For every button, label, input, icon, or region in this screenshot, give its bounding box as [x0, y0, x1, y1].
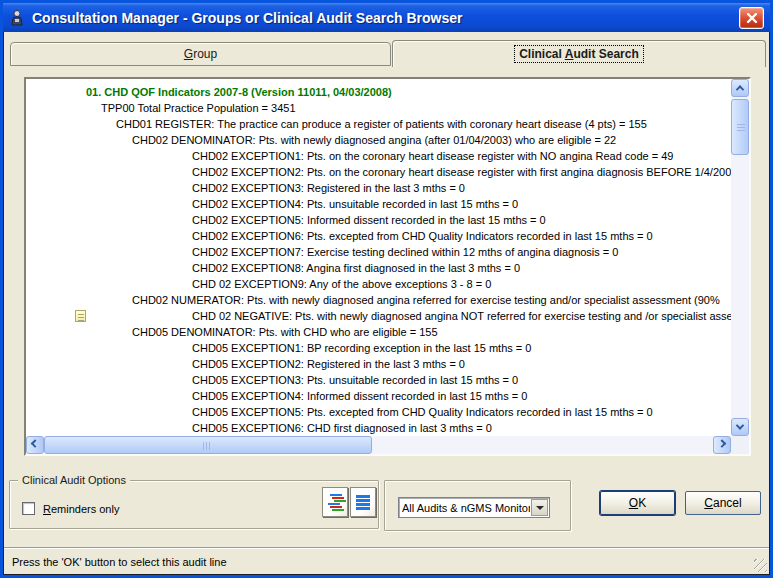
audit-list-item[interactable]: TPP00 Total Practice Population = 3451	[26, 100, 731, 116]
tab-clinical-audit-search-label: Clinical Audit Search	[514, 45, 644, 63]
audit-list-item[interactable]: CHD02 EXCEPTION1: Pts. on the coronary h…	[26, 148, 731, 164]
scrollbar-corner	[731, 436, 749, 454]
combobox-value: All Audits & nGMS Monitoring	[399, 502, 530, 514]
audit-list-item[interactable]: CHD01 REGISTER: The practice can produce…	[26, 116, 731, 132]
audit-line-text: CHD02 EXCEPTION2: Pts. on the coronary h…	[192, 166, 731, 178]
audit-filter-combobox[interactable]: All Audits & nGMS Monitoring	[398, 497, 550, 518]
cancel-button-label: Cancel	[704, 496, 741, 510]
audit-list-item[interactable]: CHD02 EXCEPTION4: Pts. unsuitable record…	[26, 196, 731, 212]
staggered-bars-icon	[326, 494, 345, 511]
tab-clinical-audit-search[interactable]: Clinical Audit Search	[392, 40, 766, 67]
chevron-left-icon	[31, 439, 39, 447]
scroll-right-button[interactable]	[713, 436, 731, 454]
audit-line-text: CHD 02 EXCEPTION9: Any of the above exce…	[192, 278, 491, 290]
audit-list-item[interactable]: CHD02 DENOMINATOR: Pts. with newly diagn…	[26, 132, 731, 148]
list-bars-icon	[356, 495, 371, 510]
audit-list: 01. CHD QOF Indicators 2007-8 (Version 1…	[26, 79, 731, 436]
close-icon	[746, 12, 758, 24]
audit-line-text: CHD05 EXCEPTION1: BP recording exception…	[192, 342, 531, 354]
tab-group-label: Group	[184, 47, 217, 61]
audit-line-text: CHD05 EXCEPTION5: Pts. excepted from CHD…	[192, 406, 653, 418]
titlebar[interactable]: Consultation Manager - Groups or Clinica…	[3, 3, 770, 32]
horizontal-scrollbar[interactable]	[26, 436, 731, 454]
ok-button-label: OK	[629, 496, 646, 510]
audit-line-text: CHD 02 NEGATIVE: Pts. with newly diagnos…	[192, 310, 731, 322]
scroll-down-button[interactable]	[731, 418, 749, 436]
audit-list-item[interactable]: CHD02 EXCEPTION7: Exercise testing decli…	[26, 244, 731, 260]
vertical-scrollbar[interactable]	[731, 79, 749, 436]
audit-line-text: CHD02 EXCEPTION6: Pts. excepted from CHD…	[192, 230, 653, 242]
groupbox-label: Clinical Audit Options	[18, 473, 130, 487]
audit-list-item[interactable]: CHD05 EXCEPTION2: Registered in the last…	[26, 356, 731, 372]
audit-list-item[interactable]: CHD05 EXCEPTION6: CHD first diagnosed in…	[26, 420, 731, 436]
audit-statistics-view-button[interactable]	[322, 487, 348, 517]
cancel-button[interactable]: Cancel	[685, 491, 761, 515]
vertical-scroll-thumb[interactable]	[731, 99, 749, 155]
close-button[interactable]	[739, 7, 764, 29]
reminders-only-checkbox[interactable]: Reminders only	[22, 502, 119, 515]
audit-list-item[interactable]: CHD05 DENOMINATOR: Pts. with CHD who are…	[26, 324, 731, 340]
audit-list-item[interactable]: CHD 02 EXCEPTION9: Any of the above exce…	[26, 276, 731, 292]
audit-list-item[interactable]: CHD02 NUMERATOR: Pts. with newly diagnos…	[26, 292, 731, 308]
reminders-only-label: Reminders only	[43, 503, 119, 515]
audit-list-item[interactable]: CHD02 EXCEPTION5: Informed dissent recor…	[26, 212, 731, 228]
dialog-window: Consultation Manager - Groups or Clinica…	[0, 0, 773, 578]
audit-line-text: CHD02 NUMERATOR: Pts. with newly diagnos…	[132, 294, 720, 306]
audit-line-text: CHD05 DENOMINATOR: Pts. with CHD who are…	[132, 326, 438, 338]
audit-list-item[interactable]: CHD02 EXCEPTION2: Pts. on the coronary h…	[26, 164, 731, 180]
audit-list-item[interactable]: 01. CHD QOF Indicators 2007-8 (Version 1…	[26, 84, 731, 100]
status-text: Press the 'OK' button to select this aud…	[12, 556, 227, 568]
audit-line-text: CHD02 EXCEPTION7: Exercise testing decli…	[192, 246, 618, 258]
status-divider	[4, 547, 769, 548]
audit-line-text: 01. CHD QOF Indicators 2007-8 (Version 1…	[86, 86, 392, 98]
tab-group[interactable]: Group	[10, 42, 391, 66]
audit-line-text: CHD02 EXCEPTION1: Pts. on the coronary h…	[192, 150, 674, 162]
audit-line-text: CHD02 DENOMINATOR: Pts. with newly diagn…	[132, 134, 616, 146]
audit-line-text: CHD05 EXCEPTION2: Registered in the last…	[192, 358, 465, 370]
audit-list-item[interactable]: CHD05 EXCEPTION4: Informed dissent recor…	[26, 388, 731, 404]
audit-line-text: CHD01 REGISTER: The practice can produce…	[116, 118, 647, 130]
consultation-manager-app-icon	[9, 9, 26, 26]
horizontal-scroll-thumb[interactable]	[44, 436, 372, 454]
audit-list-item[interactable]: CHD02 EXCEPTION3: Registered in the last…	[26, 180, 731, 196]
chevron-up-icon	[736, 85, 744, 93]
audit-line-text: TPP00 Total Practice Population = 3451	[101, 102, 296, 114]
audit-line-text: CHD02 EXCEPTION3: Registered in the last…	[192, 182, 465, 194]
audit-list-item[interactable]: CHD05 EXCEPTION1: BP recording exception…	[26, 340, 731, 356]
clinical-audit-options-groupbox: Clinical Audit Options Reminders only	[9, 480, 379, 529]
audit-line-text: CHD05 EXCEPTION6: CHD first diagnosed in…	[192, 422, 492, 434]
audit-line-text: CHD02 EXCEPTION5: Informed dissent recor…	[192, 214, 546, 226]
audit-line-text: CHD02 EXCEPTION8: Angina first diagnosed…	[192, 262, 520, 274]
checkbox-box[interactable]	[22, 502, 35, 515]
audit-list-item[interactable]: CHD02 EXCEPTION8: Angina first diagnosed…	[26, 260, 731, 276]
audit-list-item[interactable]: CHD02 EXCEPTION6: Pts. excepted from CHD…	[26, 228, 731, 244]
chevron-down-icon	[736, 421, 744, 429]
audit-filter-groupbox: All Audits & nGMS Monitoring	[384, 480, 571, 531]
audit-line-text: CHD05 EXCEPTION4: Informed dissent recor…	[192, 390, 527, 402]
scroll-up-button[interactable]	[731, 79, 749, 97]
audit-list-item[interactable]: CHD 02 NEGATIVE: Pts. with newly diagnos…	[26, 308, 731, 324]
dialog-content: Consultation Manager - Groups or Clinica…	[3, 3, 770, 575]
status-bar: Press the 'OK' button to select this aud…	[4, 549, 769, 574]
window-title: Consultation Manager - Groups or Clinica…	[32, 10, 739, 26]
audit-listbox: 01. CHD QOF Indicators 2007-8 (Version 1…	[24, 77, 751, 456]
audit-list-item[interactable]: CHD05 EXCEPTION3: Pts. unsuitable record…	[26, 372, 731, 388]
ok-button[interactable]: OK	[600, 491, 675, 515]
scroll-left-button[interactable]	[26, 436, 44, 454]
audit-list-view-button[interactable]	[350, 487, 376, 517]
note-icon	[75, 310, 86, 322]
combobox-dropdown-button[interactable]	[531, 499, 548, 516]
audit-list-item[interactable]: CHD05 EXCEPTION5: Pts. excepted from CHD…	[26, 404, 731, 420]
dropdown-arrow-icon	[536, 506, 544, 510]
chevron-right-icon	[718, 439, 726, 447]
audit-line-text: CHD05 EXCEPTION3: Pts. unsuitable record…	[192, 374, 518, 386]
audit-line-text: CHD02 EXCEPTION4: Pts. unsuitable record…	[192, 198, 518, 210]
resize-grip[interactable]	[754, 559, 767, 572]
